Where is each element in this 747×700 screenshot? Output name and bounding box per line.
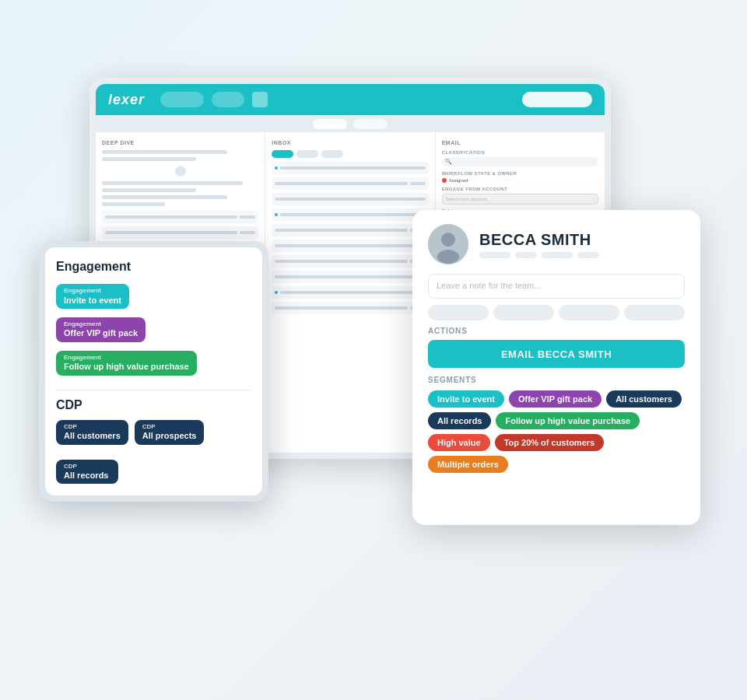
classification-label: CLASSIFICATION [442,150,598,155]
classification-search[interactable]: 🔍 [442,157,598,166]
meta-pill-1 [479,252,510,258]
nav-pill-1[interactable] [160,92,204,107]
assigned-row: Assigned [442,178,598,183]
deep-dive-item-2 [102,226,258,239]
profile-note-placeholder: Leave a note for the team... [437,281,542,290]
col-inbox: INBOX [265,132,435,453]
cdp-all-customers-label: CDP [64,423,121,431]
tablet-subnav [96,115,605,132]
subnav-tab-2[interactable] [353,119,388,129]
phone-screen: Engagement Engagement Invite to event En… [45,247,262,495]
tablet-topbar: lexer [96,84,605,115]
segment-top-20-percent[interactable]: Top 20% of customers [495,434,605,451]
segment-high-value[interactable]: High value [428,434,490,451]
inbox-item-2[interactable] [272,177,428,190]
cdp-badges-row: CDP All customers CDP All prospects [56,420,251,451]
segment-all-records[interactable]: All records [428,412,491,429]
inbox-item-6[interactable] [272,240,428,252]
profile-note[interactable]: Leave a note for the team... [428,274,685,299]
avatar [428,224,468,264]
segment-multiple-orders[interactable]: Multiple orders [428,456,508,473]
actions-label: ACTIONS [428,327,685,335]
action-pill-3[interactable] [559,305,619,320]
segment-follow-up-high-value[interactable]: Follow up high value purchase [496,412,640,429]
meta-pill-3 [542,252,573,258]
assigned-text: Assigned [449,178,468,183]
engagement-followup-label: Engagement [64,354,189,362]
workflow-label: WORKFLOW STATE & OWNER [442,171,598,176]
profile-name: BECCA SMITH [479,231,599,249]
nav-sq[interactable] [252,92,268,107]
segment-all-customers[interactable]: All customers [606,390,682,408]
deep-dive-line-5 [102,195,227,199]
engagement-badge-3[interactable]: Engagement Follow up high value purchase [56,348,251,382]
deep-dive-line-4 [102,188,196,192]
engage-label: ENGAGE FROM ACCOUNT [442,187,598,191]
profile-name-area: BECCA SMITH [479,231,599,258]
subnav-tab-1[interactable] [313,119,347,129]
segment-invite-to-event[interactable]: Invite to event [428,390,504,408]
svg-point-2 [437,250,459,264]
engagement-vip-value: Offer VIP gift pack [64,327,138,338]
col-email-title: EMAIL [442,140,598,145]
inbox-item-9[interactable] [272,286,428,299]
profile-meta [479,252,599,258]
deep-dive-item-1 [102,211,258,223]
engagement-vip-label: Engagement [64,320,138,328]
engagement-section-title: Engagement [56,260,251,274]
col-deep-dive-title: DEEP DIVE [102,140,258,145]
engagement-followup-badge[interactable]: Engagement Follow up high value purchase [56,351,197,376]
meta-pill-2 [515,252,537,258]
cdp-all-records-label: CDP [64,463,110,471]
segments-label: SEGMENTS [428,376,685,384]
email-cta-button[interactable]: EMAIL BECCA SMITH [428,340,685,368]
engagement-invite-value: Invite to event [64,295,121,306]
inbox-item-10[interactable] [272,302,428,314]
action-pill-1[interactable] [428,305,489,320]
deep-dive-avatar [175,166,186,177]
svg-point-1 [441,233,455,247]
cdp-all-prospects-badge[interactable]: CDP All prospects [135,420,205,445]
engagement-vip-badge[interactable]: Engagement Offer VIP gift pack [56,317,146,342]
inbox-filter-row [272,150,428,158]
col-inbox-title: INBOX [272,140,428,145]
deep-dive-line-2 [102,157,196,161]
status-dot [442,178,447,183]
cdp-all-prospects-label: CDP [142,423,197,431]
inbox-item-8[interactable] [272,271,428,283]
profile-card: BECCA SMITH Leave a note for the team...… [412,210,700,525]
cdp-section-title: CDP [56,398,251,412]
tablet-search[interactable] [522,92,592,107]
phone-divider [56,390,251,390]
inbox-item-1[interactable] [272,162,428,174]
meta-pill-4 [577,252,599,258]
nav-pill-2[interactable] [212,92,244,107]
inbox-filter-active[interactable] [272,150,293,158]
cdp-all-prospects-value: All prospects [142,430,197,441]
cdp-all-customers-badge[interactable]: CDP All customers [56,420,128,445]
phone-device: Engagement Engagement Invite to event En… [39,241,268,502]
engagement-followup-value: Follow up high value purchase [64,361,189,372]
action-pill-4[interactable] [624,305,685,320]
segment-offer-vip[interactable]: Offer VIP gift pack [509,390,601,408]
engagement-badge-2[interactable]: Engagement Offer VIP gift pack [56,315,251,348]
engagement-invite-badge[interactable]: Engagement Invite to event [56,284,129,309]
action-pill-2[interactable] [493,305,554,320]
account-select[interactable]: Select from account [442,194,598,205]
profile-header: BECCA SMITH [428,224,685,264]
inbox-item-7[interactable] [272,255,428,268]
inbox-filter-2[interactable] [296,150,318,158]
inbox-filter-3[interactable] [321,150,343,158]
cdp-records-row: CDP All records [56,457,251,491]
inbox-item-5[interactable] [272,224,428,236]
segments-grid: Invite to event Offer VIP gift pack All … [428,390,685,473]
profile-action-row [428,305,685,320]
deep-dive-line-1 [102,150,227,154]
app-logo: lexer [108,92,145,108]
inbox-item-3[interactable] [272,193,428,205]
cdp-all-customers-value: All customers [64,430,121,441]
engagement-badge-1[interactable]: Engagement Invite to event [56,282,251,315]
cdp-all-records-value: All records [64,470,110,481]
inbox-item-4[interactable] [272,208,428,221]
cdp-all-records-badge[interactable]: CDP All records [56,460,118,485]
